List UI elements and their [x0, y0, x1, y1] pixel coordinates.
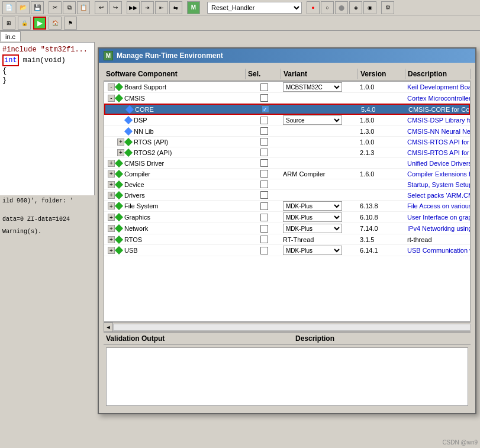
table-row[interactable]: CORE✓5.4.0CMSIS-CORE for Cortex-M, SCO..…: [104, 104, 470, 115]
desc-link[interactable]: IPv4 Networking using Ethernet...: [407, 225, 470, 232]
variant-select[interactable]: MDK-Plus: [283, 212, 342, 222]
desc-link[interactable]: CMSIS-NN Neural Network Lib...: [407, 128, 470, 135]
desc-link[interactable]: CMSIS-DSP Library for Cortex-M...: [407, 117, 470, 124]
toolbar-btn-r1[interactable]: ⊞: [2, 17, 15, 30]
desc-link[interactable]: CMSIS-RTOS API for Cortex-M...: [407, 138, 470, 146]
tree-expand-btn[interactable]: +: [108, 181, 115, 188]
toolbar-btn-r5[interactable]: ⚑: [64, 17, 77, 30]
sel-checkbox-empty[interactable]: [260, 225, 268, 233]
desc-link[interactable]: Select packs 'ARM.CMSIS.3.20.x...: [407, 192, 470, 199]
variant-select[interactable]: Source: [283, 115, 342, 125]
toolbar-btn-manage[interactable]: M: [187, 1, 200, 14]
desc-link[interactable]: User Interface on graphical LCD...: [407, 214, 470, 221]
table-row[interactable]: +CompilerARM Compiler1.6.0Compiler Exten…: [104, 169, 470, 179]
desc-link[interactable]: Compiler Extensions for ARM C...: [407, 170, 470, 178]
sel-checkbox-empty[interactable]: [260, 236, 268, 243]
toolbar-btn-copy[interactable]: ⧉: [63, 1, 76, 14]
sel-checkbox[interactable]: ✓: [262, 105, 269, 113]
toolbar-btn-save[interactable]: 💾: [31, 1, 44, 14]
table-row[interactable]: +USBMDK-Plus6.14.1USB Communication with…: [104, 245, 470, 256]
sel-checkbox-empty[interactable]: [260, 127, 268, 135]
sel-checkbox-empty[interactable]: [260, 159, 268, 167]
sel-checkbox-empty[interactable]: [260, 138, 268, 146]
desc-link[interactable]: Startup, System Setup: [407, 181, 470, 188]
tree-expand-btn[interactable]: +: [108, 225, 115, 232]
sel-checkbox-empty[interactable]: [260, 170, 268, 178]
toolbar-btn-debug4[interactable]: ◈: [349, 1, 362, 14]
table-row[interactable]: +NetworkMDK-Plus7.14.0IPv4 Networking us…: [104, 223, 470, 234]
table-row[interactable]: +DriversSelect packs 'ARM.CMSIS.3.20.x..…: [104, 190, 470, 201]
toolbar-btn-7[interactable]: ⇤: [155, 1, 168, 14]
desc-link[interactable]: CMSIS-RTOS API for Cortex-M...: [407, 149, 470, 156]
sel-checkbox-empty[interactable]: [260, 94, 268, 102]
tree-expand-btn[interactable]: +: [108, 170, 115, 178]
row-name-label: USB: [124, 247, 138, 254]
variant-select[interactable]: MDK-Plus: [283, 201, 342, 211]
tree-expand-btn[interactable]: +: [108, 192, 115, 199]
desc-link[interactable]: Keil Development Board MCBS...: [407, 83, 470, 91]
desc-link[interactable]: File Access on various storage d...: [407, 202, 470, 210]
sel-checkbox-empty[interactable]: [260, 191, 268, 199]
sel-checkbox-empty[interactable]: [260, 214, 268, 221]
toolbar-btn-6[interactable]: ⇥: [141, 1, 154, 14]
tab-in-c[interactable]: in.c: [0, 31, 21, 41]
toolbar-btn-undo[interactable]: ↩: [95, 1, 108, 14]
table-row[interactable]: NN Lib1.3.0CMSIS-NN Neural Network Lib..…: [104, 126, 470, 137]
sel-checkbox-empty[interactable]: [260, 181, 268, 188]
desc-link[interactable]: Unified Device Drivers complia...: [407, 160, 470, 167]
toolbar-btn-green-highlighted[interactable]: ▶: [33, 17, 46, 30]
desc-link[interactable]: USB Communication with vario...: [407, 247, 470, 254]
table-row[interactable]: -CMSISCortex Microcontroller Softwar...: [104, 93, 470, 104]
tree-expand-btn[interactable]: +: [108, 214, 115, 221]
scroll-track[interactable]: [113, 324, 471, 331]
table-row[interactable]: -Board SupportMCBSTM32C1.0.0Keil Develop…: [104, 82, 470, 93]
variant-select[interactable]: MDK-Plus: [283, 224, 342, 233]
row-name-label: Compiler: [124, 170, 150, 178]
toolbar-function-dropdown[interactable]: Reset_Handler: [207, 2, 302, 14]
tree-expand-btn[interactable]: +: [108, 236, 115, 243]
toolbar-btn-paste[interactable]: 📋: [77, 1, 90, 14]
toolbar-btn-new[interactable]: 📄: [2, 1, 15, 14]
table-row[interactable]: +RTOS2 (API)2.1.3CMSIS-RTOS API for Cort…: [104, 147, 470, 158]
toolbar-btn-debug5[interactable]: ◉: [363, 1, 376, 14]
toolbar-btn-r2[interactable]: 🔒: [18, 17, 31, 30]
table-row[interactable]: DSPSource1.8.0CMSIS-DSP Library for Cort…: [104, 115, 470, 126]
variant-select[interactable]: MDK-Plus: [283, 246, 342, 255]
desc-link[interactable]: Cortex Microcontroller Softwar...: [407, 95, 470, 102]
desc-link[interactable]: CMSIS-CORE for Cortex-M, SCO...: [408, 106, 469, 113]
table-body[interactable]: -Board SupportMCBSTM32C1.0.0Keil Develop…: [104, 81, 471, 322]
tree-expand-btn[interactable]: -: [108, 83, 115, 91]
toolbar-btn-open[interactable]: 📂: [17, 1, 30, 14]
sel-checkbox-empty[interactable]: [260, 83, 268, 91]
table-row[interactable]: +RTOSRT-Thread3.1.5rt-thread: [104, 234, 470, 245]
sel-checkbox-empty[interactable]: [260, 117, 268, 124]
table-row[interactable]: +GraphicsMDK-Plus6.10.8User Interface on…: [104, 212, 470, 223]
row-desc-cell: IPv4 Networking using Ethernet...: [406, 224, 470, 233]
tree-expand-btn[interactable]: +: [108, 202, 115, 210]
toolbar-btn-debug2[interactable]: ○: [321, 1, 334, 14]
table-row[interactable]: +RTOS (API)1.0.0CMSIS-RTOS API for Corte…: [104, 137, 470, 147]
sel-checkbox-empty[interactable]: [260, 202, 268, 210]
variant-select[interactable]: MCBSTM32C: [283, 82, 342, 92]
tree-expand-btn[interactable]: +: [108, 160, 115, 167]
table-row[interactable]: +DeviceStartup, System Setup: [104, 179, 470, 190]
tree-expand-btn[interactable]: +: [108, 247, 115, 254]
toolbar-btn-cut[interactable]: ✂: [49, 1, 62, 14]
scroll-x[interactable]: ◄: [104, 322, 471, 331]
toolbar-btn-debug1[interactable]: ●: [307, 1, 320, 14]
sel-checkbox-empty[interactable]: [260, 247, 268, 254]
toolbar-btn-redo[interactable]: ↪: [109, 1, 122, 14]
toolbar-btn-settings[interactable]: ⚙: [381, 1, 394, 14]
table-row[interactable]: +File SystemMDK-Plus6.13.8File Access on…: [104, 201, 470, 212]
tree-expand-btn[interactable]: -: [108, 95, 115, 102]
toolbar-btn-8[interactable]: ⇆: [169, 1, 182, 14]
table-row[interactable]: +CMSIS DriverUnified Device Drivers comp…: [104, 158, 470, 169]
tree-expand-btn[interactable]: +: [117, 149, 124, 156]
tree-expand-btn[interactable]: +: [117, 138, 124, 146]
scroll-left-btn[interactable]: ◄: [104, 323, 113, 332]
sel-checkbox-empty[interactable]: [260, 149, 268, 156]
toolbar-btn-5[interactable]: ▶▶: [127, 1, 140, 14]
toolbar-btn-r4[interactable]: 🏠: [49, 17, 62, 30]
row-component-cell: -Board Support: [104, 83, 246, 91]
toolbar-btn-debug3[interactable]: ⬤: [335, 1, 348, 14]
